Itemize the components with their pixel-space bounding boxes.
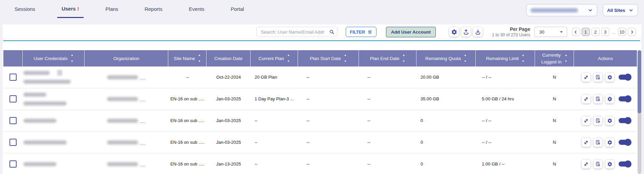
currently-logged-in-cell: N — [535, 88, 574, 110]
enable-user-toggle[interactable] — [619, 161, 631, 167]
expand-row-button[interactable] — [582, 73, 591, 82]
currently-logged-in-cell: N — [535, 66, 574, 88]
sort-arrows[interactable]: ▲▼ — [198, 54, 201, 63]
tab-portal[interactable]: Portal — [227, 0, 249, 18]
site-name-cell: EN-16 on sub ..... — [168, 110, 207, 131]
gear-icon — [451, 29, 457, 35]
user-details-button[interactable] — [594, 73, 602, 82]
document-info-icon — [595, 118, 601, 123]
tab-users[interactable]: Users! — [57, 0, 84, 18]
column-header-remaining-limit[interactable]: Remaining Limit ▲▼ — [476, 50, 535, 66]
user-details-button[interactable] — [594, 95, 602, 103]
site-name-cell: EN-16 on sub ..... — [168, 153, 207, 174]
copy-icon[interactable] — [57, 70, 62, 76]
expand-icon — [583, 75, 589, 80]
column-header-user-credentials[interactable]: User Credentials ▲▼ — [23, 50, 85, 66]
row-settings-button[interactable] — [605, 73, 614, 82]
plan-start-date-cell: -- — [298, 132, 359, 153]
page-button-3[interactable]: 3 — [601, 28, 609, 36]
row-checkbox[interactable] — [9, 160, 17, 168]
users-panel: FILTER Add User Account Per Page 1 to 30… — [3, 24, 641, 174]
sort-arrows[interactable]: ▲▼ — [464, 54, 467, 63]
expand-row-button[interactable] — [582, 160, 591, 169]
organization-cell: .... — [85, 153, 168, 174]
tab-events[interactable]: Events — [185, 0, 209, 18]
page-size-select[interactable]: 30 — [534, 27, 567, 37]
toggle-knob — [624, 95, 631, 102]
sort-asc-icon: ▲ — [344, 54, 347, 57]
column-header-remaining-quota[interactable]: Remaining Quota ▲▼ — [416, 50, 476, 66]
remaining-quota-cell: 0 — [416, 132, 476, 153]
toggle-knob — [624, 160, 631, 168]
user-credentials-cell — [23, 66, 85, 88]
next-page-button[interactable] — [628, 28, 636, 36]
column-header-plan-end-date[interactable]: Plan End Date ▲▼ — [359, 50, 416, 66]
tab-reports[interactable]: Reports — [140, 0, 167, 18]
row-settings-button[interactable] — [605, 138, 614, 147]
add-user-account-button[interactable]: Add User Account — [386, 27, 436, 37]
sort-desc-icon: ▼ — [403, 60, 405, 63]
row-settings-button[interactable] — [605, 160, 614, 169]
user-details-button[interactable] — [594, 160, 602, 169]
row-checkbox[interactable] — [9, 95, 17, 102]
user-details-button[interactable] — [594, 116, 602, 125]
filter-button[interactable]: FILTER — [346, 27, 377, 37]
search-input[interactable] — [256, 27, 338, 37]
row-checkbox[interactable] — [9, 74, 17, 81]
settings-gear-button[interactable] — [449, 27, 459, 37]
enable-user-toggle[interactable] — [619, 118, 631, 123]
expand-row-button[interactable] — [582, 95, 591, 103]
document-info-icon — [595, 161, 601, 167]
toolbar: FILTER Add User Account Per Page 1 to 30… — [3, 26, 636, 37]
tab-plans[interactable]: Plans — [101, 0, 123, 18]
prev-page-button[interactable] — [572, 28, 580, 36]
sort-desc-icon: ▼ — [522, 60, 524, 63]
row-checkbox[interactable] — [9, 139, 17, 146]
user-credentials-cell — [23, 110, 85, 131]
organization-select[interactable] — [526, 4, 597, 16]
column-header-site-name[interactable]: Site Name ▲▼ — [168, 50, 207, 66]
document-info-icon — [595, 96, 601, 102]
sliders-icon — [367, 30, 372, 35]
expand-row-button[interactable] — [582, 116, 591, 125]
tab-sessions[interactable]: Sessions — [10, 0, 40, 18]
column-header-current-plan[interactable]: Current Plan ▲▼ — [251, 50, 298, 66]
organization-cell: .... — [85, 88, 168, 110]
sort-arrows[interactable]: ▲▼ — [565, 54, 567, 63]
column-header-currently-logged-in[interactable]: CurrentlyLogged In ▲▼ — [535, 50, 574, 66]
sort-desc-icon: ▼ — [198, 60, 201, 63]
sites-select[interactable]: All Sites — [603, 4, 638, 16]
search-icon[interactable] — [329, 29, 335, 35]
sort-arrows[interactable]: ▲▼ — [71, 54, 73, 63]
enable-user-toggle[interactable] — [619, 75, 631, 80]
row-checkbox[interactable] — [9, 117, 17, 124]
download-users-button[interactable] — [473, 27, 482, 37]
expand-row-button[interactable] — [582, 138, 591, 147]
redacted-user-email — [23, 119, 57, 123]
page-button-1[interactable]: 1 — [582, 28, 590, 36]
sort-arrows[interactable]: ▲▼ — [344, 54, 347, 63]
plan-end-date-cell: -- — [359, 153, 416, 174]
row-settings-button[interactable] — [605, 95, 614, 103]
enable-user-toggle[interactable] — [619, 96, 631, 101]
enable-user-toggle[interactable] — [619, 140, 631, 145]
page-button-10[interactable]: 10 — [618, 28, 626, 36]
sort-arrows[interactable]: ▲▼ — [287, 54, 290, 63]
results-range: 1 to 30 of 273 Users — [492, 32, 530, 38]
user-details-button[interactable] — [594, 138, 602, 147]
sort-asc-icon: ▲ — [565, 54, 567, 57]
column-header-plan-start-date[interactable]: Plan Start Date ▲▼ — [298, 50, 359, 66]
site-name-cell: -- — [168, 66, 207, 88]
column-header-actions: Actions — [574, 50, 637, 66]
creation-date-cell: Jan-03-2025 — [207, 132, 251, 153]
column-header-organization: Organization — [85, 50, 168, 66]
upload-users-button[interactable] — [461, 27, 471, 37]
sort-arrows[interactable]: ▲▼ — [403, 54, 405, 63]
page-button-2[interactable]: 2 — [592, 28, 600, 36]
row-settings-button[interactable] — [605, 116, 614, 125]
sort-arrows[interactable]: ▲▼ — [522, 54, 524, 63]
scrollbar-thumb[interactable] — [638, 50, 641, 113]
vertical-scrollbar[interactable] — [638, 50, 641, 174]
current-plan-cell: -- — [251, 110, 298, 131]
gear-icon — [607, 96, 613, 102]
